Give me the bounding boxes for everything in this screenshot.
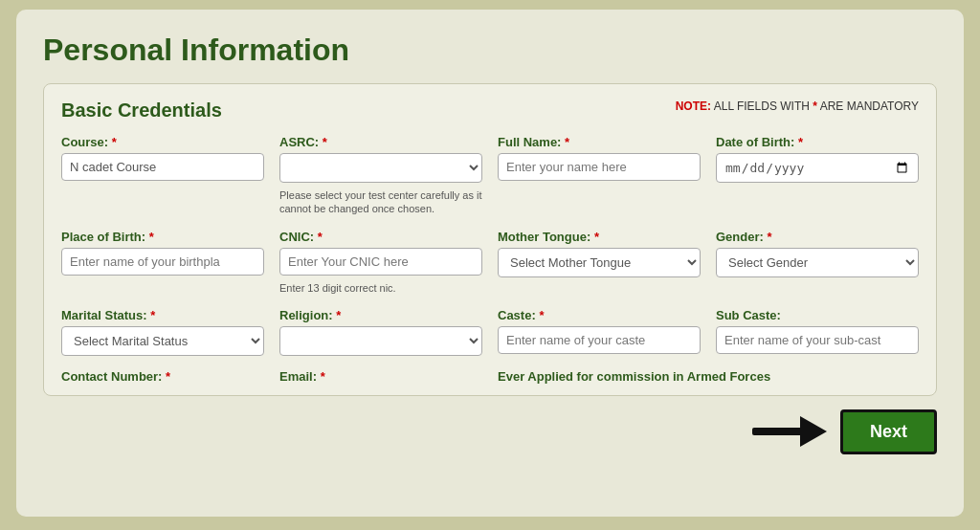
form-row-2: Place of Birth: * CNIC: * Enter 13 digit… [61, 230, 919, 295]
cnic-hint: Enter 13 digit correct nic. [279, 281, 482, 295]
dob-input[interactable] [716, 153, 919, 183]
asrc-hint: Please select your test center carefully… [279, 188, 482, 216]
marital-status-label: Marital Status: * [61, 308, 264, 322]
marital-status-select[interactable]: Select Marital Status [61, 326, 264, 356]
cnic-input[interactable] [279, 248, 482, 276]
mother-tongue-field-group: Mother Tongue: * Select Mother Tongue [498, 230, 701, 295]
place-of-birth-input[interactable] [61, 248, 264, 276]
asrc-select[interactable] [279, 153, 482, 183]
form-row-3: Marital Status: * Select Marital Status … [61, 308, 919, 356]
arrow-area [752, 410, 829, 453]
dob-label: Date of Birth: * [716, 135, 919, 149]
note-text: NOTE: ALL FIELDS WITH * ARE MANDATORY [676, 99, 919, 113]
mother-tongue-label: Mother Tongue: * [498, 230, 701, 244]
cnic-field-group: CNIC: * Enter 13 digit correct nic. [279, 230, 482, 295]
section-header: Basic Credentials NOTE: ALL FIELDS WITH … [61, 99, 919, 121]
note-bold: NOTE: [676, 99, 711, 113]
religion-label: Religion: * [279, 308, 482, 322]
cnic-label: CNIC: * [279, 230, 482, 244]
sub-caste-input[interactable] [716, 326, 919, 354]
svg-rect-0 [752, 428, 805, 435]
page-container: Personal Information Basic Credentials N… [16, 10, 964, 517]
asrc-field-group: ASRC: * Please select your test center c… [279, 135, 482, 216]
sub-caste-field-group: Sub Caste: [716, 308, 919, 356]
full-name-label: Full Name: * [498, 135, 701, 149]
note-star: * [813, 99, 817, 113]
ever-applied-field-group: Ever Applied for commission in Armed For… [498, 369, 919, 384]
note-all-fields: ALL FIELDS WITH [714, 99, 810, 113]
caste-field-group: Caste: * [498, 308, 701, 356]
place-of-birth-label: Place of Birth: * [61, 230, 264, 244]
religion-field-group: Religion: * [279, 308, 482, 356]
dob-field-group: Date of Birth: * [716, 135, 919, 216]
religion-select[interactable] [279, 326, 482, 356]
course-label: Course: * [61, 135, 264, 149]
course-input[interactable] [61, 153, 264, 181]
gender-select[interactable]: Select Gender [716, 248, 919, 277]
full-name-input[interactable] [498, 153, 701, 181]
contact-number-field-group: Contact Number: * [61, 369, 264, 384]
full-name-field-group: Full Name: * [498, 135, 701, 216]
page-title: Personal Information [43, 33, 937, 68]
section-title: Basic Credentials [61, 99, 222, 121]
caste-label: Caste: * [498, 308, 701, 322]
marital-status-field-group: Marital Status: * Select Marital Status [61, 308, 264, 356]
course-field-group: Course: * [61, 135, 264, 216]
asrc-label: ASRC: * [279, 135, 482, 149]
gender-label: Gender: * [716, 230, 919, 244]
form-row-4: Contact Number: * Email: * Ever Applied … [61, 369, 919, 384]
form-row-1: Course: * ASRC: * Please select your tes… [61, 135, 919, 216]
email-field-group: Email: * [279, 369, 482, 384]
next-arrow-icon [752, 410, 829, 453]
email-label: Email: * [279, 369, 482, 384]
place-of-birth-field-group: Place of Birth: * [61, 230, 264, 295]
gender-field-group: Gender: * Select Gender [716, 230, 919, 295]
caste-input[interactable] [498, 326, 701, 354]
svg-marker-1 [800, 416, 827, 447]
sub-caste-label: Sub Caste: [716, 308, 919, 322]
basic-credentials-section: Basic Credentials NOTE: ALL FIELDS WITH … [43, 83, 937, 396]
bottom-bar: Next [43, 409, 937, 454]
note-end: ARE MANDATORY [820, 99, 919, 113]
mother-tongue-select[interactable]: Select Mother Tongue [498, 248, 701, 277]
next-button[interactable]: Next [840, 409, 937, 454]
contact-number-label: Contact Number: * [61, 369, 264, 384]
ever-applied-label: Ever Applied for commission in Armed For… [498, 369, 919, 384]
